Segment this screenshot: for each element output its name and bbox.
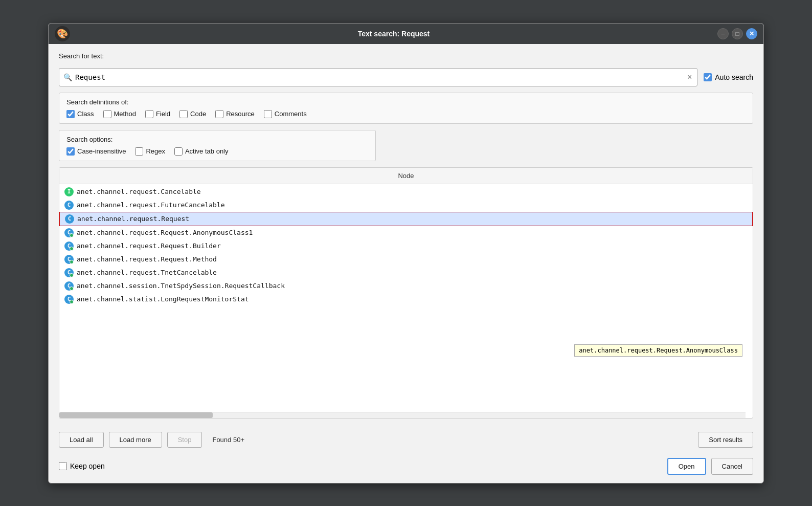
type-badge-class-dot: C [64, 268, 74, 277]
regex-label: Regex [146, 147, 165, 155]
bottom-bar: Load all Load more Stop Found 50+ Sort r… [49, 427, 763, 453]
minimize-button[interactable]: – [717, 28, 729, 39]
tooltip-box: anet.channel.request.Request.AnonymousCl… [574, 344, 742, 357]
search-options-options: Case-insensitive Regex Active tab only [66, 147, 368, 156]
type-badge-class: C [64, 201, 74, 210]
results-section: Node I anet.channel.request.Cancelable C… [59, 167, 753, 419]
type-badge-class-dot: C [64, 228, 74, 237]
type-badge-interface: I [64, 187, 74, 196]
result-item[interactable]: C anet.channel.session.TnetSpdySession.R… [59, 279, 753, 293]
method-checkbox[interactable] [103, 110, 111, 118]
checkbox-item-comments[interactable]: Comments [264, 110, 307, 118]
horizontal-scrollbar[interactable] [59, 412, 746, 418]
dialog-body: Search for text: 🔍 × Auto search Search … [49, 44, 763, 427]
search-input-wrapper: 🔍 × [59, 68, 697, 86]
search-row: 🔍 × Auto search [59, 68, 753, 86]
type-badge-class-dot: C [64, 255, 74, 264]
final-row: Keep open Open Cancel [49, 453, 763, 483]
result-text: anet.channel.request.Request.Builder [77, 242, 221, 250]
type-badge-class-dot: C [64, 281, 74, 291]
close-button[interactable]: ✕ [746, 28, 757, 39]
type-badge-class-dot: C [64, 295, 74, 304]
resource-checkbox[interactable] [215, 110, 223, 118]
search-options-section: Search options: Case-insensitive Regex A… [59, 130, 376, 161]
app-icon: 🎨 [55, 26, 70, 41]
auto-search-wrapper: Auto search [704, 73, 753, 81]
result-item[interactable]: C anet.channel.request.FutureCancelable [59, 199, 753, 212]
results-list[interactable]: I anet.channel.request.Cancelable C anet… [59, 184, 753, 412]
maximize-button[interactable]: □ [732, 28, 743, 39]
result-item[interactable]: C anet.channel.statist.LongRequestMonito… [59, 293, 753, 306]
class-label: Class [77, 110, 94, 118]
regex-checkbox[interactable] [135, 147, 143, 156]
checkbox-item-field[interactable]: Field [145, 110, 170, 118]
result-item[interactable]: C anet.channel.request.Request.Builder [59, 239, 753, 253]
checkbox-item-regex[interactable]: Regex [135, 147, 165, 156]
window-controls: – □ ✕ [717, 28, 757, 39]
title-bar: 🎨 Text search: Request – □ ✕ [49, 24, 763, 44]
result-text: anet.channel.request.FutureCancelable [77, 201, 225, 209]
search-definitions-section: Search definitions of: Class Method Fiel… [59, 93, 753, 124]
result-text: anet.channel.session.TnetSpdySession.Req… [77, 282, 285, 290]
dialog-window: 🎨 Text search: Request – □ ✕ Search for … [48, 23, 764, 483]
class-checkbox[interactable] [66, 110, 75, 118]
result-item-selected[interactable]: C anet.channel.request.Request [59, 212, 753, 226]
keep-open-checkbox[interactable] [59, 462, 67, 470]
auto-search-checkbox[interactable] [704, 73, 712, 81]
search-definitions-options: Class Method Field Code Resource [66, 110, 746, 118]
clear-search-button[interactable]: × [686, 73, 693, 82]
result-text: anet.channel.request.Request.AnonymousCl… [77, 229, 253, 236]
checkbox-item-class[interactable]: Class [66, 110, 94, 118]
action-buttons: Open Cancel [667, 458, 753, 475]
result-text: anet.channel.statist.LongRequestMonitorS… [77, 295, 249, 303]
checkbox-item-resource[interactable]: Resource [215, 110, 255, 118]
result-item[interactable]: I anet.channel.request.Cancelable [59, 185, 753, 199]
checkbox-item-code[interactable]: Code [179, 110, 206, 118]
result-item[interactable]: C anet.channel.request.Request.Anonymous… [59, 226, 753, 239]
search-options-label: Search options: [66, 136, 368, 143]
code-checkbox[interactable] [179, 110, 188, 118]
result-text: anet.channel.request.TnetCancelable [77, 269, 217, 276]
search-icon: 🔍 [63, 73, 72, 81]
sort-results-button[interactable]: Sort results [698, 432, 753, 448]
cancel-button[interactable]: Cancel [711, 458, 753, 475]
h-scroll-thumb[interactable] [59, 412, 213, 418]
resource-label: Resource [226, 110, 255, 118]
found-count-text: Found 50+ [212, 436, 244, 444]
comments-checkbox[interactable] [264, 110, 272, 118]
keep-open-label: Keep open [70, 462, 105, 470]
search-for-text-label: Search for text: [59, 52, 753, 60]
result-text: anet.channel.request.Cancelable [77, 188, 201, 195]
type-badge-class-dot: C [64, 241, 74, 251]
load-all-button[interactable]: Load all [59, 432, 104, 448]
window-title: Text search: Request [70, 30, 717, 38]
auto-search-label: Auto search [715, 73, 753, 81]
case-insensitive-label: Case-insensitive [77, 147, 126, 155]
checkbox-item-active-tab-only[interactable]: Active tab only [174, 147, 229, 156]
field-label: Field [156, 110, 170, 118]
comments-label: Comments [275, 110, 307, 118]
result-item[interactable]: C anet.channel.request.Request.Method [59, 253, 753, 266]
result-text: anet.channel.request.Request.Method [77, 255, 217, 263]
search-definitions-label: Search definitions of: [66, 98, 746, 106]
result-text: anet.channel.request.Request [77, 215, 189, 223]
stop-button[interactable]: Stop [167, 432, 202, 448]
active-tab-only-checkbox[interactable] [174, 147, 183, 156]
field-checkbox[interactable] [145, 110, 153, 118]
load-more-button[interactable]: Load more [109, 432, 162, 448]
checkbox-item-method[interactable]: Method [103, 110, 136, 118]
active-tab-only-label: Active tab only [185, 147, 229, 155]
keep-open-wrapper[interactable]: Keep open [59, 462, 105, 470]
code-label: Code [190, 110, 206, 118]
results-column-header: Node [59, 168, 753, 184]
open-button[interactable]: Open [667, 458, 706, 475]
checkbox-item-case-insensitive[interactable]: Case-insensitive [66, 147, 126, 156]
method-label: Method [114, 110, 136, 118]
type-badge-class: C [65, 214, 74, 224]
case-insensitive-checkbox[interactable] [66, 147, 75, 156]
result-item[interactable]: C anet.channel.request.TnetCancelable [59, 266, 753, 279]
search-input[interactable] [75, 73, 686, 81]
